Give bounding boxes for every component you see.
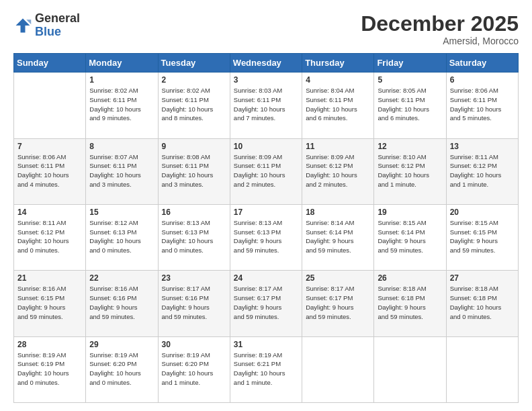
cell-info: Sunrise: 8:17 AMSunset: 6:17 PMDaylight:…	[306, 284, 370, 321]
calendar-cell: 18Sunrise: 8:14 AMSunset: 6:14 PMDayligh…	[302, 204, 374, 270]
cell-info: Sunrise: 8:05 AMSunset: 6:11 PMDaylight:…	[378, 86, 442, 123]
cell-info: Sunrise: 8:04 AMSunset: 6:11 PMDaylight:…	[306, 86, 370, 123]
cell-info: Sunrise: 8:16 AMSunset: 6:16 PMDaylight:…	[89, 284, 154, 321]
day-number: 29	[89, 340, 154, 349]
day-number: 10	[234, 142, 298, 151]
calendar-cell	[14, 73, 86, 138]
day-number: 1	[89, 75, 154, 85]
col-header-tuesday: Tuesday	[158, 54, 230, 73]
col-header-sunday: Sunday	[14, 54, 86, 73]
col-header-monday: Monday	[86, 54, 158, 73]
logo-icon	[13, 16, 32, 35]
day-number: 18	[306, 208, 370, 217]
calendar-table: SundayMondayTuesdayWednesdayThursdayFrid…	[13, 53, 519, 403]
cell-info: Sunrise: 8:17 AMSunset: 6:16 PMDaylight:…	[162, 284, 226, 321]
day-number: 28	[17, 340, 82, 349]
cell-info: Sunrise: 8:09 AMSunset: 6:11 PMDaylight:…	[234, 152, 298, 189]
cell-info: Sunrise: 8:06 AMSunset: 6:11 PMDaylight:…	[17, 152, 82, 189]
calendar-cell: 3Sunrise: 8:03 AMSunset: 6:11 PMDaylight…	[230, 73, 302, 138]
month-title: December 2025	[361, 12, 519, 36]
day-number: 30	[162, 340, 226, 349]
calendar-week-row: 21Sunrise: 8:16 AMSunset: 6:15 PMDayligh…	[14, 271, 519, 336]
day-number: 27	[450, 273, 515, 283]
calendar-cell	[374, 336, 446, 402]
calendar-cell: 27Sunrise: 8:18 AMSunset: 6:18 PMDayligh…	[446, 271, 518, 336]
day-number: 12	[378, 142, 442, 151]
calendar-cell: 31Sunrise: 8:19 AMSunset: 6:21 PMDayligh…	[230, 336, 302, 402]
cell-info: Sunrise: 8:06 AMSunset: 6:11 PMDaylight:…	[450, 86, 515, 123]
cell-info: Sunrise: 8:11 AMSunset: 6:12 PMDaylight:…	[450, 152, 515, 189]
day-number: 22	[89, 273, 154, 283]
calendar-cell	[446, 336, 518, 402]
day-number: 13	[450, 142, 515, 151]
calendar-week-row: 1Sunrise: 8:02 AMSunset: 6:11 PMDaylight…	[14, 73, 519, 138]
col-header-thursday: Thursday	[302, 54, 374, 73]
day-number: 7	[17, 142, 82, 151]
calendar-cell: 15Sunrise: 8:12 AMSunset: 6:13 PMDayligh…	[86, 204, 158, 270]
day-number: 21	[17, 273, 82, 283]
calendar-cell	[302, 336, 374, 402]
day-number: 5	[378, 75, 442, 85]
calendar-cell: 8Sunrise: 8:07 AMSunset: 6:11 PMDaylight…	[86, 138, 158, 204]
cell-info: Sunrise: 8:10 AMSunset: 6:12 PMDaylight:…	[378, 152, 442, 189]
calendar-cell: 28Sunrise: 8:19 AMSunset: 6:19 PMDayligh…	[14, 336, 86, 402]
cell-info: Sunrise: 8:19 AMSunset: 6:19 PMDaylight:…	[17, 351, 82, 387]
title-block: December 2025 Amersid, Morocco	[361, 12, 519, 46]
col-header-friday: Friday	[374, 54, 446, 73]
cell-info: Sunrise: 8:18 AMSunset: 6:18 PMDaylight:…	[450, 284, 515, 321]
day-number: 3	[234, 75, 298, 85]
day-number: 11	[306, 142, 370, 151]
day-number: 6	[450, 75, 515, 85]
cell-info: Sunrise: 8:13 AMSunset: 6:13 PMDaylight:…	[234, 218, 298, 255]
logo: General Blue	[13, 12, 80, 39]
cell-info: Sunrise: 8:15 AMSunset: 6:15 PMDaylight:…	[450, 218, 515, 255]
calendar-cell: 22Sunrise: 8:16 AMSunset: 6:16 PMDayligh…	[86, 271, 158, 336]
day-number: 15	[89, 208, 154, 217]
logo-general-text: General	[35, 11, 80, 25]
day-number: 23	[162, 273, 226, 283]
cell-info: Sunrise: 8:19 AMSunset: 6:20 PMDaylight:…	[89, 351, 154, 387]
calendar-cell: 13Sunrise: 8:11 AMSunset: 6:12 PMDayligh…	[446, 138, 518, 204]
calendar-cell: 7Sunrise: 8:06 AMSunset: 6:11 PMDaylight…	[14, 138, 86, 204]
cell-info: Sunrise: 8:16 AMSunset: 6:15 PMDaylight:…	[17, 284, 82, 321]
calendar-cell: 11Sunrise: 8:09 AMSunset: 6:12 PMDayligh…	[302, 138, 374, 204]
day-number: 20	[450, 208, 515, 217]
calendar-cell: 5Sunrise: 8:05 AMSunset: 6:11 PMDaylight…	[374, 73, 446, 138]
day-number: 16	[162, 208, 226, 217]
day-number: 2	[162, 75, 226, 85]
calendar-header-row: SundayMondayTuesdayWednesdayThursdayFrid…	[14, 54, 519, 73]
calendar-cell: 30Sunrise: 8:19 AMSunset: 6:20 PMDayligh…	[158, 336, 230, 402]
calendar-cell: 2Sunrise: 8:02 AMSunset: 6:11 PMDaylight…	[158, 73, 230, 138]
calendar-cell: 10Sunrise: 8:09 AMSunset: 6:11 PMDayligh…	[230, 138, 302, 204]
cell-info: Sunrise: 8:02 AMSunset: 6:11 PMDaylight:…	[162, 86, 226, 123]
day-number: 19	[378, 208, 442, 217]
cell-info: Sunrise: 8:11 AMSunset: 6:12 PMDaylight:…	[17, 218, 82, 255]
calendar-cell: 1Sunrise: 8:02 AMSunset: 6:11 PMDaylight…	[86, 73, 158, 138]
cell-info: Sunrise: 8:07 AMSunset: 6:11 PMDaylight:…	[89, 152, 154, 189]
calendar-week-row: 14Sunrise: 8:11 AMSunset: 6:12 PMDayligh…	[14, 204, 519, 270]
calendar-cell: 16Sunrise: 8:13 AMSunset: 6:13 PMDayligh…	[158, 204, 230, 270]
logo-blue-text: Blue	[35, 25, 61, 38]
cell-info: Sunrise: 8:09 AMSunset: 6:12 PMDaylight:…	[306, 152, 370, 189]
day-number: 26	[378, 273, 442, 283]
header: General Blue December 2025 Amersid, Moro…	[13, 12, 519, 46]
page: General Blue December 2025 Amersid, Moro…	[0, 0, 532, 411]
cell-info: Sunrise: 8:12 AMSunset: 6:13 PMDaylight:…	[89, 218, 154, 255]
cell-info: Sunrise: 8:14 AMSunset: 6:14 PMDaylight:…	[306, 218, 370, 255]
cell-info: Sunrise: 8:19 AMSunset: 6:20 PMDaylight:…	[162, 351, 226, 387]
calendar-cell: 20Sunrise: 8:15 AMSunset: 6:15 PMDayligh…	[446, 204, 518, 270]
cell-info: Sunrise: 8:03 AMSunset: 6:11 PMDaylight:…	[234, 86, 298, 123]
location: Amersid, Morocco	[361, 36, 519, 46]
cell-info: Sunrise: 8:15 AMSunset: 6:14 PMDaylight:…	[378, 218, 442, 255]
day-number: 17	[234, 208, 298, 217]
calendar-cell: 24Sunrise: 8:17 AMSunset: 6:17 PMDayligh…	[230, 271, 302, 336]
calendar-cell: 12Sunrise: 8:10 AMSunset: 6:12 PMDayligh…	[374, 138, 446, 204]
cell-info: Sunrise: 8:17 AMSunset: 6:17 PMDaylight:…	[234, 284, 298, 321]
cell-info: Sunrise: 8:18 AMSunset: 6:18 PMDaylight:…	[378, 284, 442, 321]
cell-info: Sunrise: 8:08 AMSunset: 6:11 PMDaylight:…	[162, 152, 226, 189]
col-header-wednesday: Wednesday	[230, 54, 302, 73]
calendar-cell: 25Sunrise: 8:17 AMSunset: 6:17 PMDayligh…	[302, 271, 374, 336]
cell-info: Sunrise: 8:02 AMSunset: 6:11 PMDaylight:…	[89, 86, 154, 123]
day-number: 4	[306, 75, 370, 85]
calendar-cell: 21Sunrise: 8:16 AMSunset: 6:15 PMDayligh…	[14, 271, 86, 336]
